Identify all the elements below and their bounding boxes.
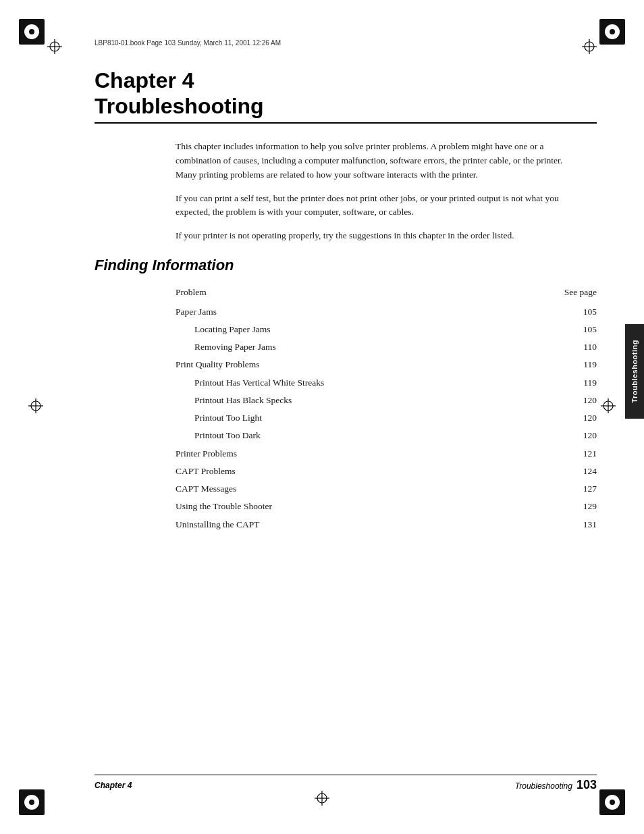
table-header-row: Problem See page: [176, 284, 597, 301]
chapter-title: Chapter 4 Troubleshooting: [95, 68, 597, 120]
section-title: Finding Information: [95, 257, 597, 274]
crosshair-bottom-center: [315, 791, 329, 806]
footer: Chapter 4 Troubleshooting 103: [95, 775, 597, 792]
footer-right: Troubleshooting 103: [515, 778, 597, 792]
table-row: Removing Paper Jams 110: [176, 338, 597, 356]
table-row: Uninstalling the CAPT 131: [176, 516, 597, 533]
row-page: 120: [563, 429, 597, 442]
row-page: 120: [563, 411, 597, 425]
row-label: Uninstalling the CAPT: [176, 518, 563, 531]
intro-paragraph-3: If your printer is not operating properl…: [176, 229, 583, 243]
crosshair-right-mid: [601, 398, 616, 413]
chapter-number: Chapter 4: [95, 68, 194, 93]
intro-paragraph-1: This chapter includes information to hel…: [176, 140, 583, 182]
row-page: 110: [563, 340, 597, 354]
row-page: 105: [563, 323, 597, 336]
crosshair-top-left: [47, 39, 62, 54]
row-page: 131: [563, 518, 597, 531]
table-row: Paper Jams 105: [176, 303, 597, 321]
row-label: CAPT Messages: [176, 482, 563, 496]
row-label: Locating Paper Jams: [176, 323, 563, 336]
row-label: Printout Has Black Specks: [176, 394, 563, 407]
row-label: Using the Trouble Shooter: [176, 500, 563, 513]
crosshair-left-mid: [28, 398, 43, 413]
footer-chapter: Chapter 4: [95, 781, 132, 790]
page: LBP810-01.book Page 103 Sunday, March 11…: [0, 0, 644, 834]
table-header-label: Problem: [176, 286, 563, 299]
side-tab-crosshair: [608, 362, 624, 378]
table-row: CAPT Messages 127: [176, 480, 597, 498]
row-label: Print Quality Problems: [176, 358, 563, 371]
side-tab-label: Troubleshooting: [630, 340, 639, 403]
side-tab-troubleshooting: Troubleshooting: [625, 324, 644, 419]
row-label: Printout Too Light: [176, 411, 563, 425]
corner-mark-tr: [599, 19, 625, 45]
table-row: Print Quality Problems 119: [176, 356, 597, 373]
crosshair-top-right: [582, 39, 597, 54]
footer-page-label: Troubleshooting: [515, 781, 572, 791]
row-page: 121: [563, 447, 597, 461]
chapter-heading: Chapter 4 Troubleshooting: [95, 68, 597, 124]
intro-paragraph-2: If you can print a self test, but the pr…: [176, 192, 583, 220]
row-page: 129: [563, 500, 597, 513]
table-row: Locating Paper Jams 105: [176, 321, 597, 338]
row-label: Printout Has Vertical White Streaks: [176, 376, 563, 390]
table-row: Printout Too Dark 120: [176, 427, 597, 444]
row-label: Printout Too Dark: [176, 429, 563, 442]
row-page: 119: [563, 358, 597, 371]
body-text: This chapter includes information to hel…: [176, 140, 583, 244]
table-row: Printout Has Vertical White Streaks 119: [176, 374, 597, 392]
header-file-info: LBP810-01.book Page 103 Sunday, March 11…: [95, 39, 281, 47]
main-content: Chapter 4 Troubleshooting This chapter i…: [95, 68, 597, 773]
row-page: 120: [563, 394, 597, 407]
table-row: Printout Too Light 120: [176, 409, 597, 427]
corner-mark-bl: [19, 789, 45, 815]
row-label: Paper Jams: [176, 305, 563, 319]
table-row: Using the Trouble Shooter 129: [176, 498, 597, 515]
row-page: 127: [563, 482, 597, 496]
table-row: CAPT Problems 124: [176, 463, 597, 480]
info-table: Problem See page Paper Jams 105 Locating…: [176, 284, 597, 533]
finding-information-section: Finding Information Problem See page Pap…: [95, 257, 597, 533]
footer-page-number: 103: [576, 778, 597, 792]
table-row: Printout Has Black Specks 120: [176, 392, 597, 409]
row-label: CAPT Problems: [176, 465, 563, 478]
row-page: 119: [563, 376, 597, 390]
row-page: 124: [563, 465, 597, 478]
chapter-rule: [95, 122, 597, 124]
corner-mark-br: [599, 789, 625, 815]
corner-mark-tl: [19, 19, 45, 45]
table-row: Printer Problems 121: [176, 445, 597, 463]
row-label: Printer Problems: [176, 447, 563, 461]
chapter-main-title: Troubleshooting: [95, 94, 264, 118]
row-page: 105: [563, 305, 597, 319]
table-header-page: See page: [563, 286, 597, 299]
row-label: Removing Paper Jams: [176, 340, 563, 354]
